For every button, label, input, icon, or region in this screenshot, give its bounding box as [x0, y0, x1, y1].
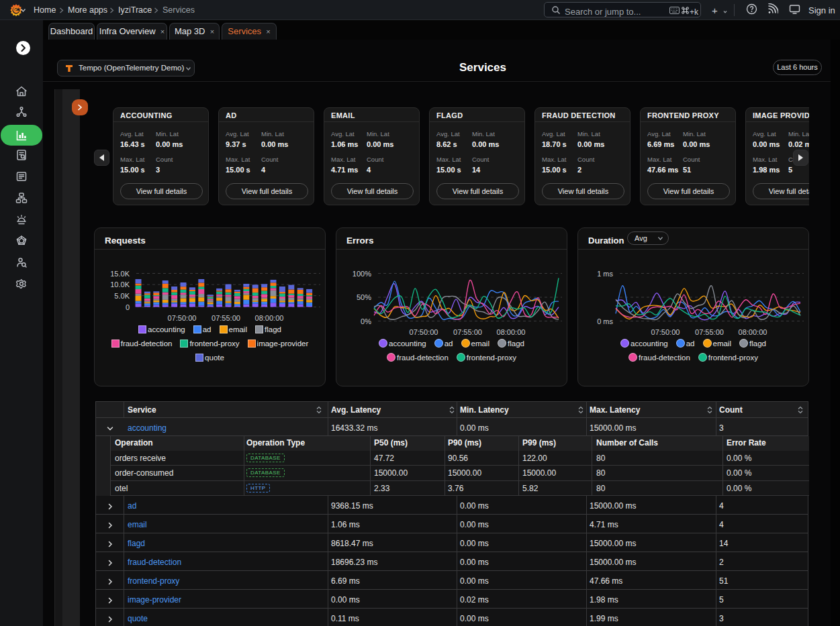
svg-text:1 ms: 1 ms — [597, 270, 613, 278]
svg-text:07:55:00: 07:55:00 — [695, 328, 724, 336]
svg-text:50%: 50% — [357, 293, 371, 301]
svg-text:0%: 0% — [361, 317, 371, 325]
svg-text:08:00:00: 08:00:00 — [255, 314, 284, 322]
svg-text:07:50:00: 07:50:00 — [168, 314, 197, 322]
svg-text:07:50:00: 07:50:00 — [651, 328, 680, 336]
svg-text:0: 0 — [126, 303, 130, 311]
svg-text:07:55:00: 07:55:00 — [212, 314, 240, 322]
svg-text:10.0K: 10.0K — [110, 280, 130, 289]
svg-text:08:00:00: 08:00:00 — [497, 328, 526, 336]
svg-text:0 ms: 0 ms — [597, 317, 613, 325]
svg-text:15.0K: 15.0K — [110, 270, 130, 278]
svg-text:100%: 100% — [353, 270, 371, 278]
svg-text:07:55:00: 07:55:00 — [453, 328, 482, 336]
svg-text:07:50:00: 07:50:00 — [410, 328, 438, 336]
svg-text:08:00:00: 08:00:00 — [739, 328, 767, 336]
svg-text:5.0K: 5.0K — [114, 292, 130, 300]
